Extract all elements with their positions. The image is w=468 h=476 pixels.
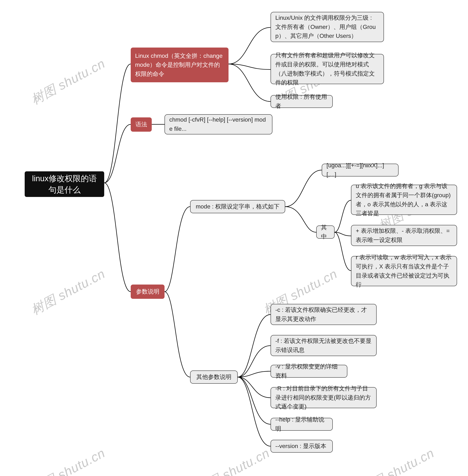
branch-syntax[interactable]: 语法 <box>131 117 152 132</box>
branch-intro[interactable]: Linux chmod（英文全拼：change mode）命令是控制用户对文件的… <box>131 47 229 82</box>
mindmap-canvas: 树图 shutu.cn 树图 shutu.cn 树图 shutu.cn 树图 s… <box>0 0 468 476</box>
root-node[interactable]: linux修改权限的语句是什么 <box>25 171 104 197</box>
leaf-wherein-rwx[interactable]: r 表示可读取，w 表示可写入，x 表示可执行，X 表示只有当该文件是个子目录或… <box>351 256 457 286</box>
leaf-opt-v[interactable]: -v : 显示权限变更的详细资料 <box>271 365 347 378</box>
leaf-opt-version[interactable]: --version : 显示版本 <box>271 440 333 453</box>
watermark: 树图 shutu.cn <box>28 445 108 476</box>
leaf-opt-c[interactable]: -c : 若该文件权限确实已经更改，才显示其更改动作 <box>271 304 377 325</box>
branch-params[interactable]: 参数说明 <box>131 284 164 299</box>
leaf-intro-owner[interactable]: 只有文件所有者和超级用户可以修改文件或目录的权限。可以使用绝对模式（八进制数字模… <box>271 54 384 84</box>
leaf-mode-pattern[interactable]: [ugoa...][[+-=][rwxX]...][,...] <box>322 164 398 177</box>
node-other-params[interactable]: 其他参数说明 <box>190 371 238 384</box>
leaf-syntax-value[interactable]: chmod [-cfvR] [--help] [--version] mode … <box>164 114 272 134</box>
leaf-intro-users[interactable]: 使用权限 : 所有使用者 <box>271 95 333 108</box>
leaf-opt-help[interactable]: --help : 显示辅助说明 <box>271 418 333 431</box>
node-wherein[interactable]: 其中 <box>316 225 335 239</box>
leaf-intro-permissions[interactable]: Linux/Unix 的文件调用权限分为三级 : 文件所有者（Owner）、用户… <box>271 12 384 42</box>
watermark: 树图 shutu.cn <box>28 265 108 319</box>
leaf-opt-f[interactable]: -f : 若该文件权限无法被更改也不要显示错误讯息 <box>271 335 377 356</box>
watermark: 树图 shutu.cn <box>357 445 437 476</box>
watermark: 树图 shutu.cn <box>28 55 108 108</box>
node-mode[interactable]: mode : 权限设定字串，格式如下 <box>190 200 285 213</box>
leaf-opt-recursive[interactable]: -R : 对目前目录下的所有文件与子目录进行相同的权限变更(即以递归的方式逐个变… <box>271 387 377 408</box>
leaf-wherein-ops[interactable]: + 表示增加权限、- 表示取消权限、= 表示唯一设定权限 <box>351 225 457 246</box>
watermark: 树图 shutu.cn <box>193 445 273 476</box>
leaf-wherein-ugoa[interactable]: u 表示该文件的拥有者，g 表示与该文件的拥有者属于同一个群体(group)者，… <box>351 185 457 215</box>
